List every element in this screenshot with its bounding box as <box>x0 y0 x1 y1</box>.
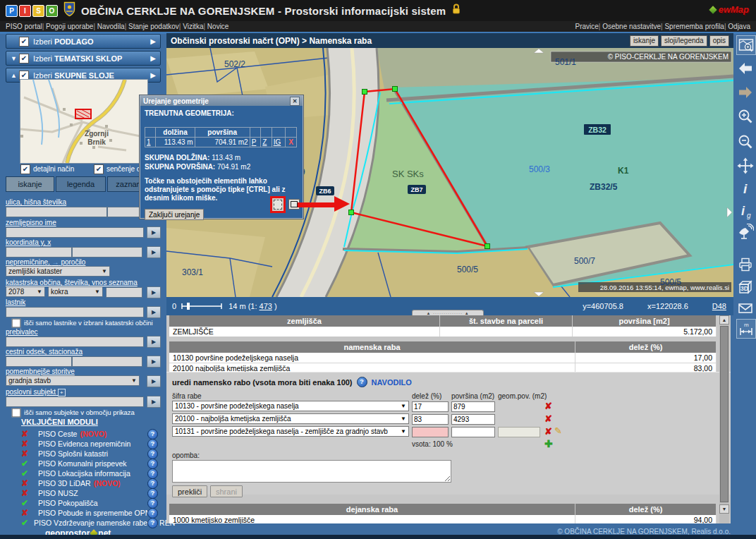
poslovni-plus-icon[interactable]: + <box>58 389 66 396</box>
scrollbar-thumb[interactable] <box>720 326 728 502</box>
sifra-rabe-select-2[interactable]: 20100 - najboljša kmetijska zemljišča▼ <box>172 413 409 424</box>
shrani-button[interactable]: shrani <box>210 485 243 497</box>
dialog-title-bar[interactable]: Urejanje geometrije ✕ <box>140 96 303 106</box>
module-help-button[interactable]: ? <box>147 449 158 459</box>
poslovni-input[interactable] <box>6 396 144 407</box>
print-button[interactable] <box>736 255 755 274</box>
menu-vizitka[interactable]: Vizitka <box>179 23 204 30</box>
module-pokopalisca[interactable]: ✔ PISO Pokopališča ? <box>21 498 161 508</box>
geometry-z-link[interactable]: Z <box>262 138 267 146</box>
module-help-button[interactable]: ? <box>147 498 158 509</box>
storitve-go-button[interactable]: ▶ <box>147 375 161 387</box>
povrsina-input-3[interactable] <box>451 427 495 437</box>
geometry-row-link[interactable]: 1 <box>147 138 151 146</box>
menu-pogoji-uporabe[interactable]: Pogoji uporabe <box>42 23 94 30</box>
geometry-ig-link[interactable]: IG <box>274 138 281 146</box>
tematski-checkbox[interactable]: ✔ <box>19 54 29 63</box>
module-help-button[interactable]: ? <box>147 488 158 499</box>
finish-editing-button[interactable]: Zaključi urejanje <box>145 209 204 220</box>
panel-scrollbar[interactable]: ▲ ▼ <box>719 315 729 523</box>
zoom-out-button[interactable] <box>736 133 755 151</box>
menu-novice[interactable]: Novice <box>203 23 228 30</box>
povrsina-input-1[interactable] <box>451 401 495 412</box>
ko-sifra-select[interactable]: 2078▼ <box>6 286 45 297</box>
edit-geometry-pencil-icon[interactable]: ✎ <box>554 426 562 436</box>
datum-link[interactable]: D48 <box>712 302 726 310</box>
delete-row-icon[interactable]: ✘ <box>544 401 552 411</box>
overview-tool-button[interactable] <box>736 35 756 55</box>
menu-stanje-podatkov[interactable]: Stanje podatkov <box>125 23 179 30</box>
forward-button[interactable] <box>736 83 755 102</box>
accordion-tematski-sklop[interactable]: ▼ ✔ Izberi TEMATSKI SKLOP ▶ <box>6 51 161 66</box>
sifra-rabe-select-1[interactable]: 10130 - površine podeželjskega naselja▼ <box>172 401 409 411</box>
menu-navodila[interactable]: Navodila <box>93 23 124 30</box>
scroll-up-button[interactable]: ▲ <box>719 315 729 325</box>
geometry-p-link[interactable]: P <box>252 138 257 146</box>
delete-row-icon[interactable]: ✘ <box>544 414 552 424</box>
cestni-go-button[interactable]: ▶ <box>147 356 161 368</box>
parcela-input[interactable] <box>106 287 142 298</box>
module-splosni-katastri[interactable]: ✘ PISO Splošni katastri ? <box>21 449 161 459</box>
tab-iskanje[interactable]: iskanje <box>6 176 54 192</box>
lastnik-input[interactable] <box>6 307 144 317</box>
module-komunalni[interactable]: ✔ PISO Komunalni prispevek ? <box>21 459 161 468</box>
mail-button[interactable] <box>736 299 755 317</box>
prebivalec-input[interactable] <box>6 337 144 347</box>
poslovni-go-button[interactable]: ▶ <box>147 396 161 408</box>
module-pobude[interactable]: ✘ PISO Pobude in spremembe OPN ? <box>21 508 161 518</box>
delete-row-icon[interactable]: ✘ <box>544 427 552 437</box>
pan-button[interactable] <box>736 157 755 175</box>
polygon-tool-icon-highlighted[interactable] <box>270 196 286 213</box>
delez-input-2[interactable] <box>412 414 449 425</box>
accordion-podlago[interactable]: ✔ Izberi PODLAGO ▶ <box>6 34 161 49</box>
gps-button[interactable] <box>736 223 755 241</box>
module-help-button[interactable]: ? <box>147 429 158 440</box>
zoom-in-button[interactable] <box>736 107 755 126</box>
sencenje-checkbox[interactable]: ✔ <box>94 164 104 174</box>
module-3d-lidar[interactable]: ✘ PISO 3D LiDAR(NOVO) ? <box>21 478 161 488</box>
module-nusz[interactable]: ✘ PISO NUSZ ? <box>21 488 161 498</box>
cestni-odsek-input[interactable] <box>6 356 72 367</box>
info-group-button[interactable]: i g <box>736 202 755 220</box>
povrsina-input-2[interactable] <box>451 414 495 425</box>
zemljepisno-input[interactable] <box>6 227 144 238</box>
stacionaza-input[interactable] <box>72 356 142 367</box>
delez-input-3[interactable] <box>412 427 449 437</box>
module-lokacijska[interactable]: ✔ PISO Lokacijska informacija ? <box>21 468 161 478</box>
lastnik-go-button[interactable]: ▶ <box>147 306 161 318</box>
module-vzdrzevanje[interactable]: ✔ PISO Vzdrževanje namenske rabe za REN … <box>21 518 161 528</box>
back-button[interactable] <box>736 59 755 78</box>
dejanska-raba-row[interactable]: 1000 kmetijsko zemljišče 94,00 <box>169 515 717 523</box>
menu-sprememba-profila[interactable]: Sprememba profila <box>661 23 724 30</box>
module-help-button[interactable]: ? <box>147 468 158 479</box>
zemljisca-table-row[interactable]: ZEMLJIŠČE 5.172,00 <box>169 327 717 337</box>
scroll-down-button[interactable]: ▼ <box>719 504 729 514</box>
add-row-icon[interactable]: ✚ <box>544 439 553 449</box>
module-evidenca[interactable]: ✘ PISO Evidenca nepremičnin ? <box>21 439 161 449</box>
tab-legenda[interactable]: legenda <box>56 176 106 192</box>
delez-input-1[interactable] <box>412 401 449 412</box>
module-help-button[interactable]: ? <box>147 508 158 519</box>
navodilo-link[interactable]: NAVODILO <box>372 378 412 387</box>
geometry-delete-link[interactable]: X <box>286 138 297 147</box>
prebivalec-go-button[interactable]: ▶ <box>147 336 161 348</box>
map-opis-button[interactable]: opis <box>709 35 729 47</box>
ulica-input[interactable] <box>6 207 107 217</box>
opomba-textarea[interactable] <box>172 460 451 483</box>
koordinata-x-input[interactable] <box>72 247 142 258</box>
map-sloji-legenda-button[interactable]: sloji/legenda <box>661 35 707 47</box>
koordinata-go-button[interactable]: ▶ <box>147 246 161 258</box>
module-help-button[interactable]: ? <box>147 518 158 528</box>
sifra-rabe-select-3[interactable]: 10131 - površine podeželjskega naselja -… <box>172 426 409 437</box>
module-piso-ceste[interactable]: ✘ PISO Ceste(NOVO) ? <box>21 429 161 439</box>
storitve-select[interactable]: gradnja stavb▼ <box>6 375 140 386</box>
measure-button[interactable]: m <box>736 319 756 339</box>
menu-pravice[interactable]: Pravice <box>575 23 598 30</box>
poslovni-filter-checkbox[interactable] <box>12 408 21 418</box>
preklici-button[interactable]: prekliči <box>172 485 207 497</box>
module-help-button[interactable]: ? <box>147 459 158 469</box>
module-help-button[interactable]: ? <box>147 478 158 489</box>
parcela-go-button[interactable]: ▶ <box>147 286 161 298</box>
overview-map[interactable]: Zgornji Brnik <box>20 79 148 164</box>
namenska-raba-row[interactable]: 10130 površine podeželjskega naselja 17,… <box>169 353 717 363</box>
